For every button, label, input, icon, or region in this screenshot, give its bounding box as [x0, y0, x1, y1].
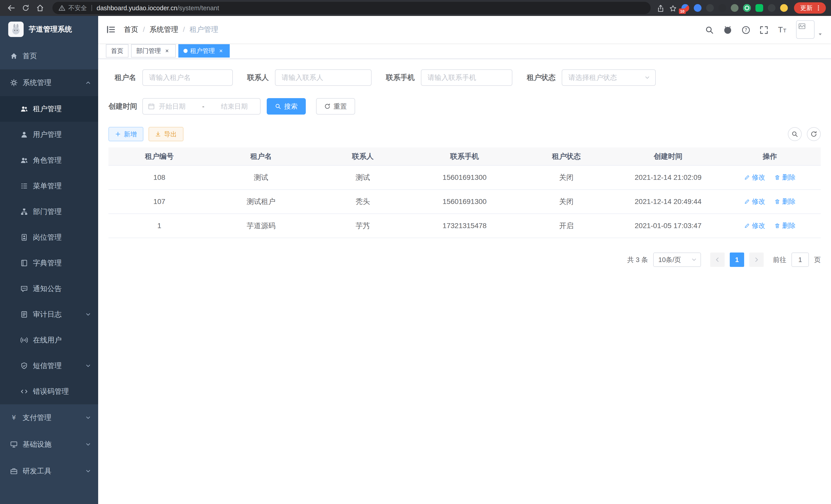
book-icon — [21, 260, 28, 267]
app-logo[interactable]: 芋道管理系统 — [0, 16, 98, 42]
profile-avatar-icon[interactable] — [780, 4, 788, 12]
sidebar-item-role-management[interactable]: 角色管理 — [0, 147, 98, 173]
search-button[interactable]: 搜索 — [267, 98, 306, 115]
status-select[interactable]: 请选择租户状态 — [562, 69, 656, 86]
share-button[interactable] — [657, 3, 664, 13]
tenant-name-input[interactable] — [142, 69, 233, 86]
tab-close-icon[interactable] — [164, 47, 171, 55]
add-button[interactable]: 新增 — [109, 127, 143, 141]
page-number-button[interactable]: 1 — [730, 253, 744, 267]
list-tree-icon — [21, 182, 28, 189]
sidebar-item-home[interactable]: 首页 — [0, 42, 98, 69]
sidebar-item-dev-tools[interactable]: 研发工具 — [0, 458, 98, 484]
edit-button[interactable]: 修改 — [744, 173, 765, 182]
extension-icon[interactable] — [731, 4, 739, 12]
sidebar-item-sms-management[interactable]: 短信管理 — [0, 353, 98, 379]
browser-home-button[interactable] — [34, 2, 46, 14]
column-header-status: 租户状态 — [515, 147, 617, 166]
delete-button[interactable]: 删除 — [774, 173, 796, 182]
extension-icon[interactable] — [718, 4, 726, 12]
filter-row-1: 租户名 联系人 联系手机 租户状态 请选择租户状态 — [109, 69, 821, 86]
sidebar-item-label: 错误码管理 — [33, 387, 69, 396]
date-range-picker[interactable]: 开始日期 - 结束日期 — [142, 98, 261, 115]
table-cell-actions: 修改 删除 — [719, 166, 821, 189]
trash-icon — [774, 223, 780, 229]
sidebar-item-label: 在线用户 — [33, 335, 62, 345]
url-path: /system/tenant — [177, 4, 219, 12]
delete-button[interactable]: 删除 — [774, 221, 796, 230]
page-size-select[interactable]: 10条/页 — [653, 253, 701, 267]
browser-update-button[interactable]: 更新 — [794, 2, 826, 13]
phone-input[interactable] — [421, 69, 512, 86]
sidebar-item-dept-management[interactable]: 部门管理 — [0, 199, 98, 225]
sidebar-toggle-button[interactable] — [106, 25, 116, 34]
table-cell: 15601691300 — [414, 166, 515, 189]
sidebar-item-notice[interactable]: 通知公告 — [0, 276, 98, 302]
extension-icon[interactable]: 10 — [682, 4, 689, 12]
breadcrumb-system[interactable]: 系统管理 — [149, 25, 178, 34]
sidebar-item-infrastructure[interactable]: 基础设施 — [0, 431, 98, 458]
create-time-label: 创建时间 — [109, 101, 142, 111]
header-search-button[interactable] — [705, 25, 714, 34]
tenant-name-label: 租户名 — [109, 73, 142, 83]
sidebar-item-payment-management[interactable]: 支付管理 — [0, 404, 98, 431]
sidebar-item-label: 系统管理 — [23, 78, 51, 88]
sidebar-item-audit-log[interactable]: 审计日志 — [0, 302, 98, 327]
tab-tenant-management[interactable]: 租户管理 — [178, 44, 230, 58]
search-icon — [275, 103, 281, 110]
github-button[interactable] — [723, 25, 732, 35]
toggle-search-button[interactable] — [788, 127, 802, 141]
goto-page-input[interactable] — [792, 253, 809, 267]
sidebar-item-online-users[interactable]: 在线用户 — [0, 327, 98, 353]
extension-icon[interactable] — [755, 4, 763, 12]
sidebar-item-error-code-management[interactable]: 错误码管理 — [0, 379, 98, 404]
extension-icon[interactable] — [743, 4, 751, 12]
breadcrumb: 首页 / 系统管理 / 租户管理 — [124, 25, 219, 34]
sidebar-item-tenant-management[interactable]: 租户管理 — [0, 96, 98, 122]
reset-button[interactable]: 重置 — [316, 98, 355, 115]
contact-input[interactable] — [275, 69, 372, 86]
sidebar-item-menu-management[interactable]: 菜单管理 — [0, 173, 98, 199]
delete-button[interactable]: 删除 — [774, 197, 796, 206]
export-button[interactable]: 导出 — [148, 127, 183, 141]
bookmark-star-button[interactable] — [669, 3, 677, 13]
pagination: 共 3 条 10条/页 1 前往 页 — [109, 253, 821, 267]
browser-refresh-button[interactable] — [20, 2, 32, 14]
prev-page-button[interactable] — [710, 253, 725, 267]
active-tab-dot — [183, 49, 188, 53]
puzzle-extension-icon[interactable] — [768, 4, 775, 12]
fullscreen-button[interactable] — [760, 25, 768, 34]
edit-button[interactable]: 修改 — [744, 197, 765, 206]
extension-icon[interactable] — [706, 4, 714, 12]
address-bar[interactable]: 不安全 dashboard.yudao.iocoder.cn /system/t… — [52, 2, 651, 14]
next-page-button[interactable] — [749, 253, 764, 267]
filter-phone: 联系手机 — [386, 69, 512, 86]
table-cell: 15601691300 — [414, 189, 515, 214]
tab-close-icon[interactable] — [218, 47, 225, 55]
pencil-icon — [744, 175, 750, 180]
goto-label: 前往 — [773, 255, 786, 264]
refresh-table-button[interactable] — [807, 127, 821, 141]
font-size-button[interactable] — [778, 25, 787, 35]
sidebar-item-label: 首页 — [23, 51, 37, 61]
export-button-label: 导出 — [164, 130, 177, 139]
sidebar-item-user-management[interactable]: 用户管理 — [0, 122, 98, 147]
breadcrumb-home[interactable]: 首页 — [124, 25, 138, 34]
browser-back-button[interactable] — [5, 2, 18, 14]
right-toolbar — [788, 127, 821, 141]
edit-button[interactable]: 修改 — [744, 221, 765, 230]
tab-home[interactable]: 首页 — [106, 44, 128, 58]
tab-dept-management[interactable]: 部门管理 — [131, 44, 176, 58]
column-header-tenant-id: 租户编号 — [109, 147, 210, 166]
main-area: 首页 / 系统管理 / 租户管理 — [98, 16, 831, 504]
sidebar-item-system-management[interactable]: 系统管理 — [0, 69, 98, 96]
sidebar-item-label: 部门管理 — [33, 207, 62, 216]
sidebar-item-post-management[interactable]: 岗位管理 — [0, 225, 98, 250]
chevron-up-icon — [85, 80, 91, 86]
extension-icon[interactable] — [694, 4, 701, 12]
browser-menu-icon — [815, 5, 822, 11]
user-menu[interactable] — [796, 20, 823, 39]
sidebar-item-dict-management[interactable]: 字典管理 — [0, 250, 98, 276]
users-icon — [21, 157, 28, 164]
help-button[interactable] — [742, 25, 750, 34]
